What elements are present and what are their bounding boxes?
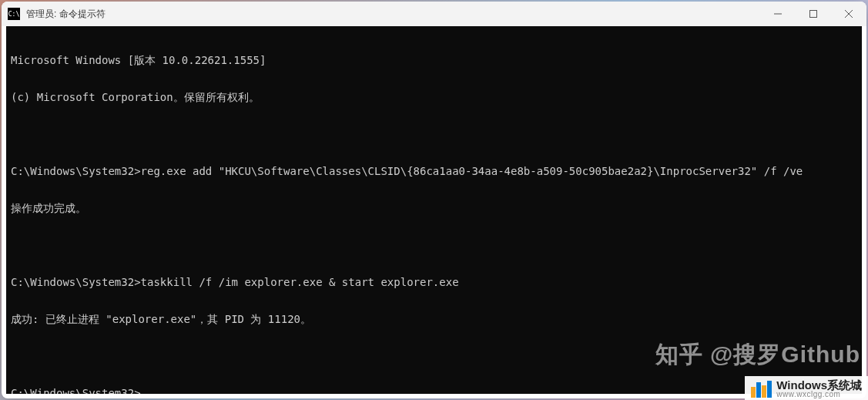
terminal-line [11, 128, 857, 140]
minimize-button[interactable] [760, 2, 796, 26]
maximize-button[interactable] [796, 2, 831, 26]
window-controls [760, 2, 866, 26]
terminal-line: 成功: 已终止进程 "explorer.exe"，其 PID 为 11120。 [11, 313, 857, 325]
close-icon [845, 10, 853, 18]
terminal-line: 操作成功完成。 [11, 202, 857, 214]
terminal-line: C:\Windows\System32>reg.exe add "HKCU\So… [11, 165, 857, 177]
close-button[interactable] [831, 2, 866, 26]
terminal-line: (c) Microsoft Corporation。保留所有权利。 [11, 91, 857, 103]
window-title: 管理员: 命令提示符 [26, 8, 760, 21]
cmd-icon: C:\ [8, 8, 20, 20]
terminal-line [11, 350, 857, 362]
command-prompt-window: C:\ 管理员: 命令提示符 Microsoft Windows [版本 10.… [2, 2, 866, 398]
terminal-body[interactable]: Microsoft Windows [版本 10.0.22621.1555] (… [6, 26, 862, 394]
terminal-line: C:\Windows\System32>taskkill /f /im expl… [11, 276, 857, 288]
terminal-line: Microsoft Windows [版本 10.0.22621.1555] [11, 54, 857, 66]
minimize-icon [774, 10, 782, 18]
terminal-line [11, 239, 857, 251]
svg-rect-0 [810, 11, 817, 18]
maximize-icon [809, 10, 817, 18]
titlebar[interactable]: C:\ 管理员: 命令提示符 [2, 2, 866, 26]
terminal-prompt: C:\Windows\System32> [11, 387, 857, 394]
